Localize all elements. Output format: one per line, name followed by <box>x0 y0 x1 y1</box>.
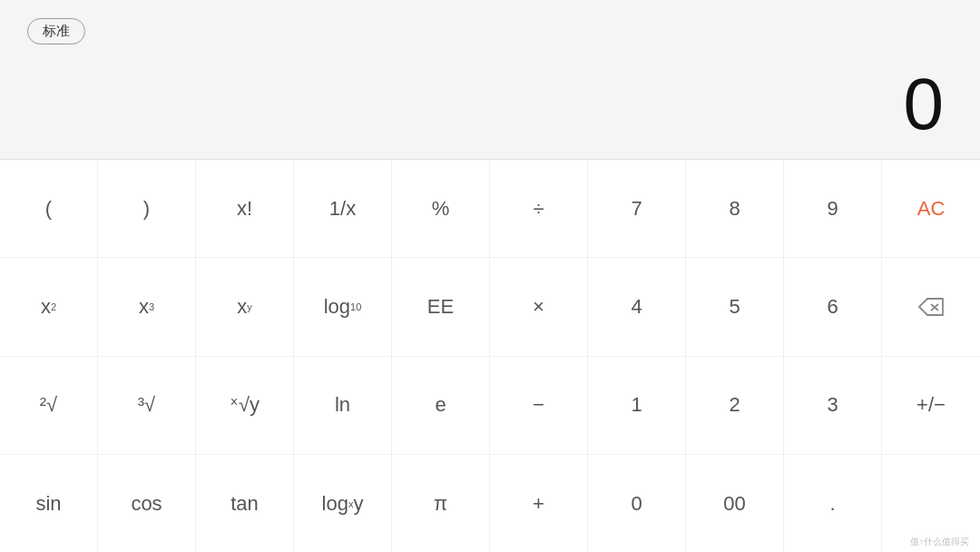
key--[interactable]: . <box>784 455 882 552</box>
key--[interactable]: − <box>490 357 588 454</box>
key---[interactable]: ³√ <box>98 357 196 454</box>
key-8[interactable]: 8 <box>686 160 784 257</box>
key---y[interactable]: ˣ√y <box>196 357 294 454</box>
key-9[interactable]: 9 <box>784 160 882 257</box>
key----[interactable]: +/− <box>882 357 980 454</box>
mode-button[interactable]: 标准 <box>27 18 85 44</box>
key---[interactable]: ²√ <box>0 357 98 454</box>
key-log--[interactable]: log10 <box>294 258 392 355</box>
key--[interactable]: ) <box>98 160 196 257</box>
keypad-row-2: ²√³√ˣ√ylne−123+/− <box>0 357 980 455</box>
keypad-row-3: sincostanlogxyπ+000. <box>0 455 980 552</box>
key-AC[interactable]: AC <box>882 160 980 257</box>
key-3[interactable]: 3 <box>784 357 882 454</box>
key-7[interactable]: 7 <box>588 160 686 257</box>
key-5[interactable]: 5 <box>686 258 784 355</box>
key-EE[interactable]: EE <box>392 258 490 355</box>
key--[interactable]: π <box>392 455 490 552</box>
key-log-y[interactable]: logxy <box>294 455 392 552</box>
keypad-row-0: ()x!1/x%÷789AC <box>0 160 980 258</box>
key-x-[interactable]: x3 <box>98 258 196 355</box>
key-0[interactable]: 0 <box>588 455 686 552</box>
key-x-[interactable]: xy <box>196 258 294 355</box>
watermark: 值↑什么值得买 <box>910 536 969 548</box>
key-ln[interactable]: ln <box>294 357 392 454</box>
keypad: ()x!1/x%÷789ACx2x3xylog10EE×456²√³√ˣ√yln… <box>0 160 980 552</box>
key-4[interactable]: 4 <box>588 258 686 355</box>
key-00[interactable]: 00 <box>686 455 784 552</box>
keypad-row-1: x2x3xylog10EE×456 <box>0 258 980 356</box>
key-tan[interactable]: tan <box>196 455 294 552</box>
key-6[interactable]: 6 <box>784 258 882 355</box>
key-cos[interactable]: cos <box>98 455 196 552</box>
key-x-[interactable]: x! <box>196 160 294 257</box>
key--[interactable]: + <box>490 455 588 552</box>
key--[interactable]: ÷ <box>490 160 588 257</box>
display-number: 0 <box>904 68 945 141</box>
key--[interactable]: ( <box>0 160 98 257</box>
key-1-x[interactable]: 1/x <box>294 160 392 257</box>
display-area: 标准 0 <box>0 0 980 159</box>
key-2[interactable]: 2 <box>686 357 784 454</box>
key--[interactable] <box>882 258 980 355</box>
key-1[interactable]: 1 <box>588 357 686 454</box>
key-x-[interactable]: x2 <box>0 258 98 355</box>
key--[interactable]: % <box>392 160 490 257</box>
key-e[interactable]: e <box>392 357 490 454</box>
key--[interactable]: × <box>490 258 588 355</box>
key-sin[interactable]: sin <box>0 455 98 552</box>
